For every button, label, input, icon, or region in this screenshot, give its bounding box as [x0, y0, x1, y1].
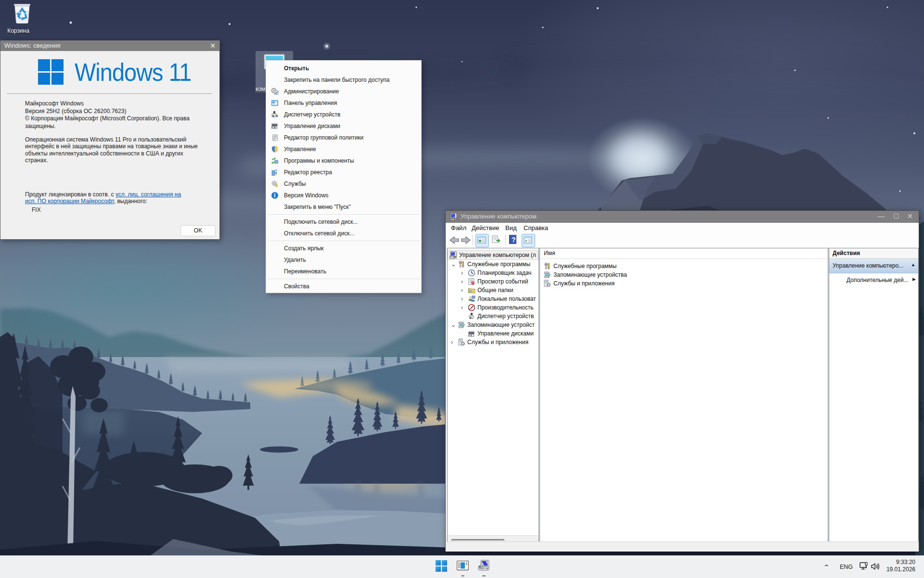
- svg-text:?: ?: [512, 236, 516, 244]
- svg-text:22: 22: [469, 290, 472, 293]
